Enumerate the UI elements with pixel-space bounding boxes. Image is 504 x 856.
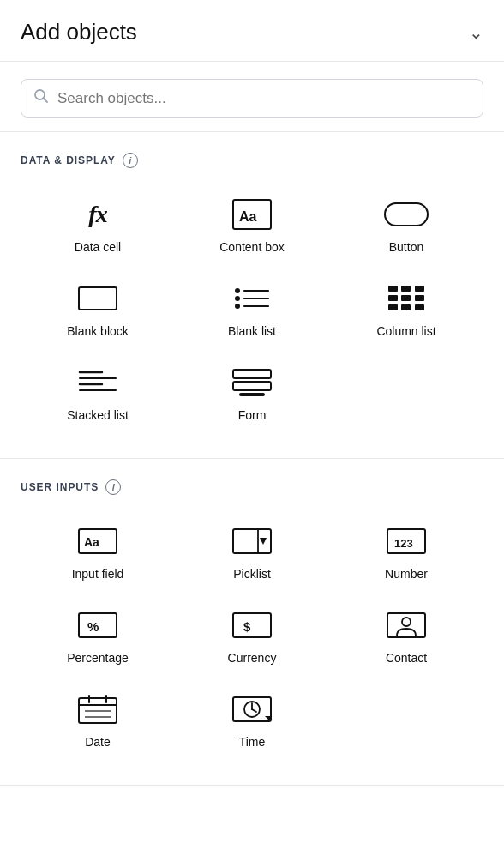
time-label: Time: [239, 735, 266, 749]
stacked-list-icon: [75, 365, 120, 400]
svg-point-7: [235, 296, 240, 301]
svg-rect-17: [388, 304, 398, 310]
currency-icon: $: [230, 608, 274, 642]
svg-rect-24: [233, 370, 271, 378]
search-icon: [33, 88, 49, 108]
svg-rect-12: [401, 286, 411, 292]
stacked-list-item[interactable]: Stacked list: [21, 353, 175, 437]
input-field-label: Input field: [72, 567, 124, 581]
svg-text:Aa: Aa: [239, 209, 257, 224]
data-display-grid: fx Data cell Aa Content box Button: [21, 185, 483, 437]
search-section: [0, 62, 504, 132]
user-inputs-title: USER INPUTS: [21, 481, 99, 493]
stacked-list-label: Stacked list: [67, 408, 129, 422]
svg-text:%: %: [87, 619, 99, 634]
blank-list-label: Blank list: [228, 324, 276, 338]
svg-rect-4: [79, 287, 117, 310]
percentage-item[interactable]: % Percentage: [21, 596, 175, 680]
button-item[interactable]: Button: [329, 185, 483, 269]
svg-marker-30: [260, 538, 267, 545]
input-field-icon: Aa: [75, 524, 120, 558]
number-label: Number: [385, 567, 428, 581]
blank-block-label: Blank block: [67, 324, 129, 338]
column-list-item[interactable]: Column list: [329, 269, 483, 353]
svg-rect-11: [388, 286, 398, 292]
user-inputs-header: USER INPUTS i: [21, 479, 483, 495]
data-display-title: DATA & DISPLAY: [21, 154, 116, 166]
date-icon: [75, 692, 120, 726]
data-display-info-icon[interactable]: i: [123, 153, 138, 168]
form-icon: [230, 365, 274, 400]
svg-point-9: [235, 304, 240, 309]
header: Add objects ⌄: [0, 0, 504, 62]
svg-rect-16: [415, 295, 424, 301]
data-cell-icon: fx: [75, 197, 120, 232]
blank-list-icon: [230, 281, 274, 316]
contact-item[interactable]: Contact: [329, 596, 483, 680]
contact-label: Contact: [386, 651, 427, 665]
chevron-down-icon[interactable]: ⌄: [469, 22, 483, 43]
svg-rect-13: [415, 286, 424, 292]
content-box-label: Content box: [219, 240, 285, 254]
page-title: Add objects: [21, 19, 137, 45]
number-item[interactable]: 123 Number: [329, 512, 483, 596]
content-box-icon: Aa: [230, 197, 274, 232]
percentage-label: Percentage: [67, 651, 129, 665]
input-field-item[interactable]: Aa Input field: [21, 512, 175, 596]
svg-rect-29: [233, 529, 271, 553]
column-list-label: Column list: [376, 324, 435, 338]
search-input[interactable]: [57, 90, 471, 107]
blank-block-item[interactable]: Blank block: [21, 269, 175, 353]
date-item[interactable]: Date: [21, 680, 175, 764]
button-icon: [384, 197, 429, 232]
svg-text:$: $: [243, 619, 251, 634]
user-inputs-section: USER INPUTS i Aa Input field Pick: [0, 459, 504, 786]
svg-point-39: [402, 618, 411, 626]
picklist-icon: [230, 524, 274, 558]
svg-rect-19: [415, 304, 424, 310]
user-inputs-info-icon[interactable]: i: [105, 479, 121, 495]
data-display-header: DATA & DISPLAY i: [21, 153, 483, 168]
content-box-item[interactable]: Aa Content box: [175, 185, 329, 269]
form-label: Form: [238, 408, 267, 422]
svg-point-5: [235, 288, 240, 293]
svg-rect-15: [401, 295, 411, 301]
svg-line-1: [44, 99, 48, 103]
svg-rect-36: [233, 613, 271, 637]
data-cell-label: Data cell: [75, 240, 121, 254]
svg-text:123: 123: [394, 537, 413, 550]
svg-line-49: [252, 709, 256, 712]
time-item[interactable]: Time: [175, 680, 329, 764]
column-list-icon: [384, 281, 429, 316]
svg-rect-25: [233, 382, 271, 390]
data-display-section: DATA & DISPLAY i fx Data cell Aa Content…: [0, 132, 504, 459]
blank-list-item[interactable]: Blank list: [175, 269, 329, 353]
picklist-item[interactable]: Picklist: [175, 512, 329, 596]
date-label: Date: [85, 735, 111, 749]
search-box: [21, 79, 483, 118]
percentage-icon: %: [75, 608, 120, 642]
svg-rect-14: [388, 295, 398, 301]
form-item[interactable]: Form: [175, 353, 329, 437]
currency-label: Currency: [228, 651, 277, 665]
number-icon: 123: [384, 524, 429, 558]
user-inputs-grid: Aa Input field Picklist 123: [21, 512, 483, 764]
time-icon: [230, 692, 274, 726]
data-cell-item[interactable]: fx Data cell: [21, 185, 175, 269]
currency-item[interactable]: $ Currency: [175, 596, 329, 680]
contact-icon: [384, 608, 429, 642]
picklist-label: Picklist: [233, 567, 271, 581]
svg-rect-18: [401, 304, 411, 310]
blank-block-icon: [75, 281, 120, 316]
svg-rect-26: [239, 393, 265, 396]
svg-text:Aa: Aa: [84, 535, 99, 549]
button-label: Button: [389, 240, 423, 254]
